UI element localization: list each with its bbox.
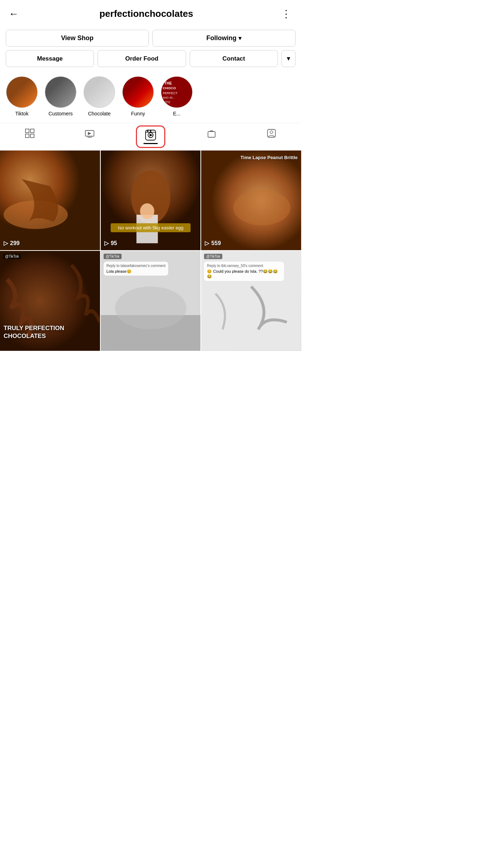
story-item-extra[interactable]: THE CHOCO PERFECT AND 30... INTO E... [161, 76, 193, 116]
play-count-2: ▷ 95 [104, 240, 117, 247]
reply-bubble-5: Reply to lalasefakosemec's comment Lola … [104, 262, 169, 276]
contact-button[interactable]: Contact [190, 50, 278, 67]
message-button[interactable]: Message [6, 50, 94, 67]
play-count-3: ▷ 559 [205, 240, 221, 247]
grid-icon [25, 128, 35, 138]
story-label-chocolate: Chocolate [88, 111, 110, 116]
reply-bubble-6: Reply to tbb.ramsey_50's comment 😊 Could… [204, 262, 284, 281]
play-count-1: ▷ 299 [4, 240, 20, 247]
video-overlay-3 [201, 151, 301, 251]
reply-text-5: Lola please😊 [106, 269, 166, 274]
story-circle-extra: THE CHOCO PERFECT AND 30... INTO [161, 76, 193, 108]
story-label-tiktok: Tiktok [15, 111, 29, 116]
stories-row: Tiktok Customers Chocolate Funny THE CHO… [0, 72, 301, 123]
svg-point-28 [233, 190, 290, 225]
shop-bag-icon [207, 128, 217, 138]
tiktok-badge-5: @TikTok [104, 254, 122, 259]
svg-rect-7 [30, 129, 34, 133]
video-cell-3[interactable]: Time Lapse Peanut Brittle ▷ 559 [201, 151, 301, 251]
video-title-3: Time Lapse Peanut Brittle [241, 155, 298, 161]
video-grid: ▷ 299 Iso workout [0, 151, 301, 351]
tab-feed[interactable] [60, 123, 119, 150]
video-cell-2[interactable]: Iso workout with 5kg easter egg ▷ 95 [101, 151, 201, 251]
svg-text:INTO: INTO [163, 100, 170, 104]
story-item-customers[interactable]: Customers [44, 76, 77, 116]
story-label-funny: Funny [131, 111, 145, 116]
play-icon-2: ▷ [104, 240, 109, 247]
reply-label-5: Reply to lalasefakosemec's comment [106, 263, 166, 268]
tab-grid[interactable] [0, 123, 60, 150]
reply-text-6: 😊 Could you please do Isla. ??😂😂😂😂 [207, 269, 281, 279]
svg-marker-14 [150, 134, 153, 137]
story-item-funny[interactable]: Funny [122, 76, 154, 116]
following-button[interactable]: Following ▾ [152, 30, 295, 47]
video-cell-5[interactable]: @TikTok Reply to lalasefakosemec's comme… [101, 251, 201, 351]
tiktok-badge-6: @TikTok [204, 254, 222, 259]
svg-text:THE: THE [164, 81, 172, 85]
order-food-button[interactable]: Order Food [98, 50, 186, 67]
svg-text:AND 30...: AND 30... [163, 96, 175, 99]
svg-rect-6 [25, 129, 29, 133]
story-circle-tiktok [6, 76, 38, 108]
profile-name: perfectionchocolates [14, 8, 278, 19]
svg-point-20 [270, 131, 273, 134]
story-item-tiktok[interactable]: Tiktok [6, 76, 38, 116]
story-circle-funny [122, 76, 154, 108]
tab-reels-wrapper [119, 123, 182, 150]
tab-reels[interactable] [136, 125, 165, 148]
tab-shop[interactable] [182, 123, 241, 150]
video-cell-1[interactable]: ▷ 299 [0, 151, 100, 251]
video-overlay-1 [0, 151, 100, 251]
action-row-2: Message Order Food Contact ▾ [0, 50, 301, 72]
story-circle-chocolate [84, 76, 115, 108]
svg-point-26 [140, 203, 154, 219]
story-label-customers: Customers [48, 111, 73, 116]
overlay-text-4: TRULY PERFECTION CHOCOLATES [4, 324, 100, 340]
tiktok-badge-4: @TikTok [3, 254, 21, 259]
header: ← perfectionchocolates ⋮ [0, 0, 301, 26]
svg-point-16 [147, 130, 148, 132]
view-shop-button[interactable]: View Shop [6, 30, 149, 47]
chevron-down-icon: ▾ [238, 35, 241, 42]
person-tag-icon [266, 128, 276, 138]
action-row-1: View Shop Following ▾ [0, 26, 301, 50]
story-item-chocolate[interactable]: Chocolate [83, 76, 115, 116]
video-caption-2: Iso workout with 5kg easter egg [111, 223, 191, 232]
reels-icon [145, 129, 156, 141]
tv-icon [85, 128, 95, 138]
svg-text:CHOCO: CHOCO [163, 86, 176, 90]
video-overlay-2 [101, 151, 201, 251]
svg-rect-8 [25, 134, 29, 138]
more-actions-dropdown-button[interactable]: ▾ [281, 50, 295, 67]
video-cell-4[interactable]: @TikTok TRULY PERFECTION CHOCOLATES [0, 251, 100, 351]
svg-point-17 [150, 130, 151, 132]
tab-bar [0, 123, 301, 151]
reply-label-6: Reply to tbb.ramsey_50's comment [207, 263, 281, 268]
video-cell-6[interactable]: @TikTok Reply to tbb.ramsey_50's comment… [201, 251, 301, 351]
tab-tagged[interactable] [242, 123, 301, 150]
play-icon-1: ▷ [4, 240, 8, 247]
more-options-button[interactable]: ⋮ [278, 6, 294, 21]
play-icon-3: ▷ [205, 240, 209, 247]
svg-text:PERFECT: PERFECT [163, 91, 178, 95]
story-circle-customers [45, 76, 76, 108]
svg-rect-9 [30, 134, 34, 138]
story-label-extra: E... [173, 111, 180, 116]
svg-point-32 [115, 287, 186, 329]
svg-rect-18 [208, 132, 215, 137]
